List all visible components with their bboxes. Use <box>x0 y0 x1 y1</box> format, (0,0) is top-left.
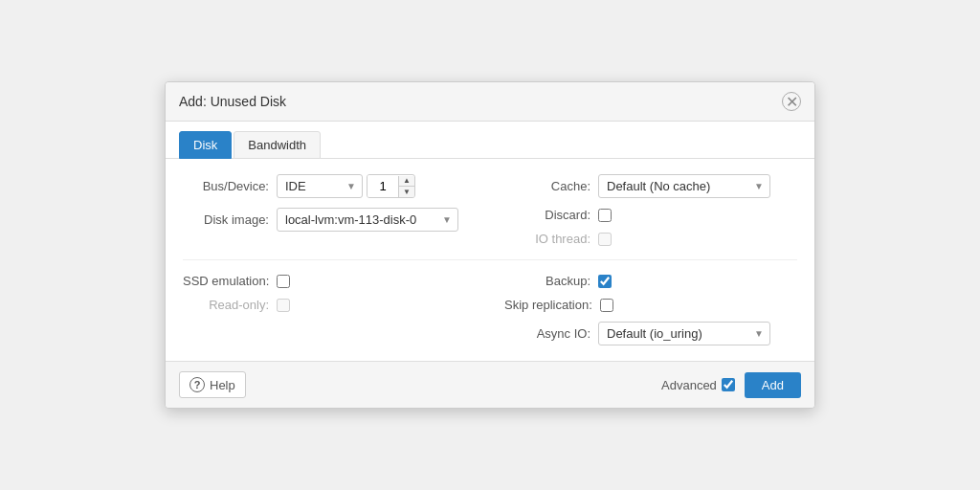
advanced-label[interactable]: Advanced <box>661 378 735 392</box>
advanced-checkbox[interactable] <box>722 378 735 391</box>
cache-row: Cache: Default (No cache) No cache Write… <box>504 174 797 198</box>
discard-label: Discard: <box>504 208 590 222</box>
read-only-checkbox[interactable] <box>277 299 290 312</box>
backup-row: Backup: <box>504 274 797 288</box>
skip-replication-label: Skip replication: <box>504 298 592 312</box>
io-thread-checkbox[interactable] <box>598 233 612 246</box>
spinner-down-button[interactable]: ▼ <box>399 187 414 197</box>
ssd-emulation-checkbox[interactable] <box>277 275 290 288</box>
async-io-select[interactable]: Default (io_uring) io_uring native threa… <box>598 322 770 345</box>
async-io-label: Async IO: <box>504 326 590 341</box>
read-only-label: Read-only: <box>183 298 269 312</box>
bus-select[interactable]: IDE SATA SCSI VirtIO <box>277 174 363 198</box>
dialog-title: Add: Unused Disk <box>179 94 286 109</box>
discard-row: Discard: <box>504 208 797 222</box>
dialog-footer: ? Help Advanced Add <box>166 361 814 408</box>
tab-bandwidth[interactable]: Bandwidth <box>234 131 321 159</box>
advanced-text: Advanced <box>661 378 717 392</box>
skip-replication-row: Skip replication: <box>504 298 797 312</box>
discard-checkbox[interactable] <box>598 209 612 222</box>
disk-image-row: Disk image: local-lvm:vm-113-disk-0 ▼ <box>183 208 476 232</box>
right-top-fields: Cache: Default (No cache) No cache Write… <box>504 174 797 246</box>
ssd-emulation-row: SSD emulation: <box>183 274 476 288</box>
cache-select-wrapper: Default (No cache) No cache Write throug… <box>598 174 770 198</box>
add-unused-disk-dialog: Add: Unused Disk ✕ Disk Bandwidth Bus/De… <box>165 81 815 409</box>
device-number-spinner: ▲ ▼ <box>398 176 414 197</box>
cache-label: Cache: <box>504 179 590 193</box>
dialog-body: Bus/Device: IDE SATA SCSI VirtIO ▼ <box>166 159 814 361</box>
backup-label: Backup: <box>504 274 590 288</box>
io-thread-row: IO thread: <box>504 232 797 246</box>
async-io-row: Async IO: Default (io_uring) io_uring na… <box>504 322 797 345</box>
add-button[interactable]: Add <box>745 372 801 398</box>
close-button[interactable]: ✕ <box>782 92 801 111</box>
tab-bar: Disk Bandwidth <box>166 122 814 159</box>
async-io-select-wrapper: Default (io_uring) io_uring native threa… <box>598 322 770 345</box>
form-section-top: Bus/Device: IDE SATA SCSI VirtIO ▼ <box>183 174 797 260</box>
left-bottom-fields: SSD emulation: Read-only: <box>183 274 476 345</box>
device-number-input[interactable]: 1 <box>368 175 398 197</box>
help-button[interactable]: ? Help <box>179 371 246 398</box>
ssd-emulation-label: SSD emulation: <box>183 274 269 288</box>
left-top-fields: Bus/Device: IDE SATA SCSI VirtIO ▼ <box>183 174 476 246</box>
skip-replication-checkbox[interactable] <box>600 299 613 312</box>
help-label: Help <box>210 378 235 392</box>
disk-image-select-wrapper: local-lvm:vm-113-disk-0 ▼ <box>277 208 458 232</box>
right-bottom-fields: Backup: Skip replication: Async IO: Defa… <box>504 274 797 345</box>
spinner-up-button[interactable]: ▲ <box>399 176 414 187</box>
bus-device-row: Bus/Device: IDE SATA SCSI VirtIO ▼ <box>183 174 476 198</box>
device-number-wrapper: 1 ▲ ▼ <box>367 174 415 198</box>
close-icon: ✕ <box>786 93 798 111</box>
dialog-header: Add: Unused Disk ✕ <box>166 82 814 122</box>
cache-select[interactable]: Default (No cache) No cache Write throug… <box>598 174 770 198</box>
form-section-bottom: SSD emulation: Read-only: Backup: <box>183 274 797 345</box>
tab-disk[interactable]: Disk <box>179 131 232 159</box>
bus-device-group: IDE SATA SCSI VirtIO ▼ 1 ▲ ▼ <box>277 174 415 198</box>
disk-image-label: Disk image: <box>183 212 269 227</box>
bus-device-label: Bus/Device: <box>183 179 269 193</box>
disk-image-select[interactable]: local-lvm:vm-113-disk-0 <box>277 208 458 232</box>
footer-right: Advanced Add <box>661 372 801 398</box>
help-icon: ? <box>189 377 205 392</box>
io-thread-label: IO thread: <box>504 232 590 246</box>
read-only-row: Read-only: <box>183 298 476 312</box>
bus-select-wrapper: IDE SATA SCSI VirtIO ▼ <box>277 174 363 198</box>
backup-checkbox[interactable] <box>598 275 612 288</box>
